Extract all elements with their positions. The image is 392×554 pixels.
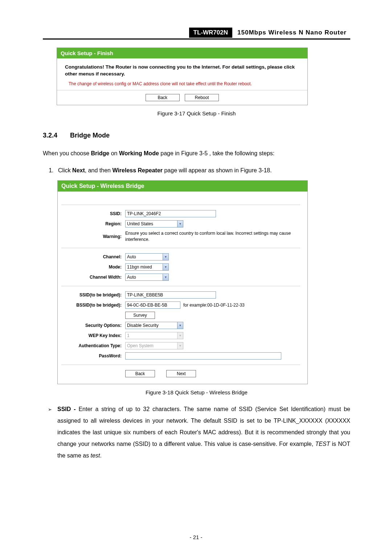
step-item: Click Next, and then Wireless Repeater p…	[55, 166, 350, 175]
warning-text: The change of wireless config or MAC add…	[65, 81, 302, 86]
label-channel: Channel:	[58, 254, 125, 259]
bullet-ssid: ➢ SSID - Enter a string of up to 32 char…	[43, 403, 350, 461]
label-mode: Mode:	[58, 264, 125, 270]
security-select[interactable]: Disable Security ▾	[125, 322, 183, 329]
section-heading: 3.2.4 Bridge Mode	[43, 132, 350, 139]
password-input[interactable]	[125, 352, 281, 360]
bullet-mark: ➢	[48, 403, 57, 461]
label-channel-width: Channel Width:	[58, 275, 125, 280]
chevron-down-icon: ▾	[177, 332, 183, 339]
survey-button[interactable]: Survey	[125, 312, 155, 319]
back-button[interactable]: Back	[146, 94, 180, 101]
label-ssid: SSID:	[58, 211, 125, 216]
quick-setup-bridge-panel: Quick Setup - Wireless Bridge SSID: Regi…	[57, 180, 308, 384]
next-button[interactable]: Next	[166, 370, 196, 377]
reboot-button[interactable]: Reboot	[185, 94, 219, 101]
congrats-text: Congratulations! The Router is now conne…	[65, 64, 302, 78]
wep-key-select: 1 ▾	[125, 332, 183, 339]
page-number: - 21 -	[0, 534, 392, 540]
quick-setup-finish-panel: Quick Setup - Finish Congratulations! Th…	[57, 48, 308, 105]
step-list: Click Next, and then Wireless Repeater p…	[43, 166, 350, 175]
auth-type-select: Open System ▾	[125, 342, 183, 349]
label-bssid-bridged: BSSID(to be bridged):	[58, 303, 125, 308]
bssid-example: for example:00-1D-0F-11-22-33	[183, 303, 245, 308]
label-auth-type: Authentication Type:	[58, 343, 125, 348]
label-region: Region:	[58, 221, 125, 226]
warning-value: Ensure you select a correct country to c…	[125, 230, 300, 243]
chevron-down-icon: ▾	[177, 221, 183, 227]
label-ssid-bridged: SSID(to be bridged):	[58, 292, 125, 297]
ssid-bridged-input[interactable]	[125, 291, 216, 299]
ssid-input[interactable]	[125, 210, 216, 217]
chevron-down-icon: ▾	[163, 264, 168, 270]
mode-select[interactable]: 11bgn mixed ▾	[125, 263, 169, 271]
product-name: 150Mbps Wireless N Nano Router	[232, 28, 350, 38]
intro-text: When you choose Bridge on Working Mode p…	[43, 149, 350, 158]
model-box: TL-WR702N	[189, 28, 232, 38]
region-select[interactable]: United States ▾	[125, 220, 183, 227]
channel-select[interactable]: Auto ▾	[125, 253, 169, 260]
panel-title: Quick Setup - Wireless Bridge	[58, 181, 307, 192]
label-password: PassWord:	[58, 353, 125, 358]
section-title: Bridge Mode	[70, 132, 110, 139]
back-button[interactable]: Back	[125, 370, 155, 377]
chevron-down-icon: ▾	[163, 274, 168, 280]
figure-caption-finish: Figure 3-17 Quick Setup - Finish	[43, 110, 350, 116]
section-number: 3.2.4	[43, 132, 68, 139]
bssid-bridged-input[interactable]	[125, 301, 180, 309]
label-wep-key: WEP Key Index:	[58, 333, 125, 338]
panel-title: Quick Setup - Finish	[57, 48, 307, 59]
channel-width-select[interactable]: Auto ▾	[125, 274, 169, 281]
doc-header: TL-WR702N 150Mbps Wireless N Nano Router	[43, 28, 350, 40]
figure-caption-bridge: Figure 3-18 Quick Setup - Wireless Bridg…	[43, 389, 350, 395]
label-warning: Warning:	[58, 234, 125, 239]
chevron-down-icon: ▾	[177, 342, 183, 349]
label-security: Security Options:	[58, 323, 125, 328]
chevron-down-icon: ▾	[177, 322, 183, 329]
chevron-down-icon: ▾	[163, 254, 168, 260]
